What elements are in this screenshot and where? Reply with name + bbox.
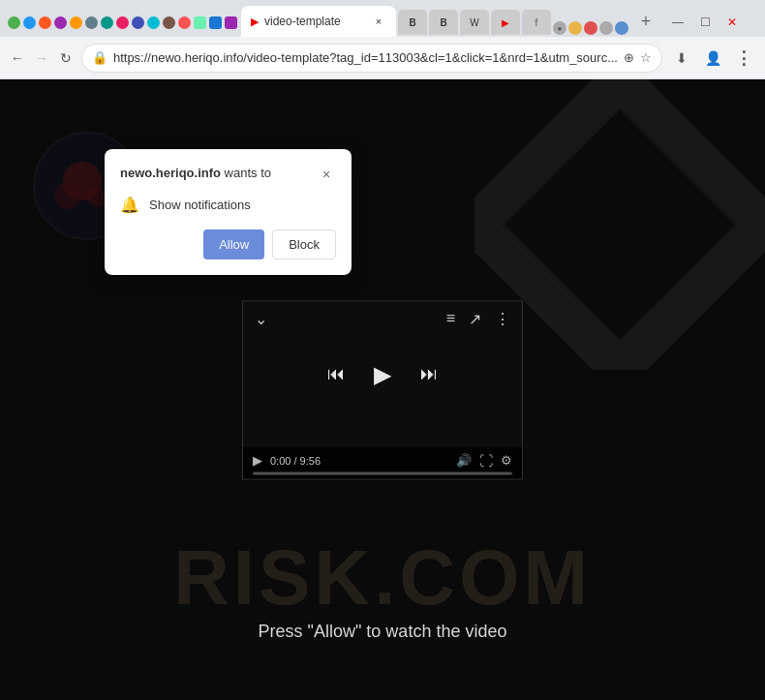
browser-favicon-8 xyxy=(116,16,129,29)
browser-favicon-4 xyxy=(54,16,67,29)
video-settings-icon[interactable]: ⚙ xyxy=(501,452,512,468)
tab-wp-icon[interactable]: W xyxy=(460,10,489,35)
popup-header: newo.heriqo.info wants to × xyxy=(120,165,336,184)
translate-icon[interactable]: ⊕ xyxy=(624,50,634,65)
small-tab-icon-1[interactable]: ● xyxy=(553,21,566,35)
maximize-button[interactable]: ☐ xyxy=(694,12,716,33)
new-tab-button[interactable]: + xyxy=(632,8,659,35)
video-play-icon[interactable]: ▶ xyxy=(253,453,262,468)
play-button[interactable]: ▶ xyxy=(374,360,391,387)
small-tab-icon-3[interactable] xyxy=(584,21,597,35)
browser-frame: ▶ video-template × B B W ▶ f ● xyxy=(0,0,765,700)
volume-icon[interactable]: 🔊 xyxy=(456,452,472,468)
small-tab-icon-2[interactable] xyxy=(568,21,582,35)
video-time-icons-right: 🔊 ⛶ ⚙ xyxy=(456,452,512,468)
tab-extra-icon[interactable]: ▶ xyxy=(491,10,520,35)
reload-button[interactable]: ↻ xyxy=(57,45,76,72)
popup-site-name: newo.heriqo.info xyxy=(120,166,221,180)
page-content: RISK.COM ⌄ ≡ ↗ ⋮ ⏮ xyxy=(0,79,765,700)
video-timestamp: 0:00 / 9:56 xyxy=(270,454,448,466)
bell-icon: 🔔 xyxy=(120,196,139,214)
notification-popup: newo.heriqo.info wants to × 🔔 Show notif… xyxy=(105,149,352,275)
browser-favicon-10 xyxy=(147,16,160,29)
active-tab-favicon: ▶ xyxy=(251,15,259,28)
download-icon[interactable]: ⬇ xyxy=(668,45,695,72)
bookmark-icon[interactable]: ☆ xyxy=(640,50,652,65)
video-player: ⌄ ≡ ↗ ⋮ ⏮ ▶ ⏭ ▶ xyxy=(242,300,523,479)
address-bar-right: ⬇ 👤 ⋮ xyxy=(668,45,757,72)
popup-wants-text: wants to xyxy=(221,166,271,180)
show-notifications-label: Show notifications xyxy=(149,198,251,212)
previous-button[interactable]: ⏮ xyxy=(327,364,345,384)
video-screen: ⌄ ≡ ↗ ⋮ ⏮ ▶ ⏭ xyxy=(243,301,522,446)
browser-favicon-1 xyxy=(8,16,20,29)
browser-favicon-9 xyxy=(132,16,144,29)
svg-point-3 xyxy=(87,188,107,207)
small-tab-icon-5[interactable] xyxy=(615,21,628,35)
browser-favicon-5 xyxy=(70,16,82,29)
tab-b-icon[interactable]: B xyxy=(398,10,427,35)
share-icon[interactable]: ↗ xyxy=(469,309,481,327)
address-bar: ← → ↻ 🔒 https://newo.heriqo.info/video-t… xyxy=(0,37,765,79)
tab-b2-icon[interactable]: B xyxy=(429,10,458,35)
queue-icon[interactable]: ≡ xyxy=(446,309,455,327)
video-nav-controls: ⏮ ▶ ⏭ xyxy=(327,360,438,387)
popup-title: newo.heriqo.info wants to xyxy=(120,165,271,182)
browser-favicon-6 xyxy=(85,16,98,29)
popup-close-button[interactable]: × xyxy=(317,165,336,184)
more-options-icon[interactable]: ⋮ xyxy=(495,309,510,327)
next-button[interactable]: ⏭ xyxy=(420,364,438,384)
video-top-right: ≡ ↗ ⋮ xyxy=(446,309,510,327)
press-allow-text: Press "Allow" to watch the video xyxy=(0,622,765,642)
tab-bar: ▶ video-template × B B W ▶ f ● xyxy=(0,0,765,37)
allow-button[interactable]: Allow xyxy=(203,229,264,259)
tab-f-icon[interactable]: f xyxy=(522,10,551,35)
video-bottom-bar: ▶ 0:00 / 9:56 🔊 ⛶ ⚙ xyxy=(243,446,522,478)
url-bar[interactable]: 🔒 https://newo.heriqo.info/video-templat… xyxy=(81,44,662,73)
browser-favicon-12 xyxy=(178,16,191,29)
svg-point-2 xyxy=(54,182,81,209)
browser-favicon-3 xyxy=(39,16,51,29)
block-button[interactable]: Block xyxy=(272,229,336,259)
profile-icon[interactable]: 👤 xyxy=(699,45,726,72)
active-tab-close[interactable]: × xyxy=(371,14,386,29)
back-button[interactable]: ← xyxy=(8,45,26,72)
video-progress-bar[interactable] xyxy=(253,472,512,474)
browser-favicon-13 xyxy=(194,16,206,29)
watermark-text: RISK.COM xyxy=(0,533,765,623)
window-controls: — ☐ ✕ xyxy=(667,12,743,37)
small-tab-icon-4[interactable] xyxy=(599,21,613,35)
active-tab[interactable]: ▶ video-template × xyxy=(241,6,396,37)
forward-button[interactable]: → xyxy=(32,45,50,72)
browser-favicon-14 xyxy=(209,16,222,29)
more-menu-button[interactable]: ⋮ xyxy=(730,45,757,72)
popup-notification-row: 🔔 Show notifications xyxy=(120,196,336,214)
browser-favicon-7 xyxy=(101,16,113,29)
lock-icon: 🔒 xyxy=(92,50,107,65)
popup-buttons: Allow Block xyxy=(120,229,336,259)
browser-favicon-2 xyxy=(23,16,36,29)
browser-favicon-15 xyxy=(225,16,237,29)
browser-favicon-11 xyxy=(163,16,175,29)
active-tab-title: video-template xyxy=(264,15,365,28)
fullscreen-icon[interactable]: ⛶ xyxy=(479,452,493,468)
video-top-controls: ⌄ ≡ ↗ ⋮ xyxy=(243,309,522,327)
url-text: https://newo.heriqo.info/video-template?… xyxy=(113,50,618,65)
minimize-button[interactable]: — xyxy=(667,12,688,33)
close-window-button[interactable]: ✕ xyxy=(721,12,743,33)
chevron-down-icon[interactable]: ⌄ xyxy=(255,309,267,327)
tab-bar-left-icons xyxy=(8,16,237,37)
video-time-row: ▶ 0:00 / 9:56 🔊 ⛶ ⚙ xyxy=(253,452,512,468)
